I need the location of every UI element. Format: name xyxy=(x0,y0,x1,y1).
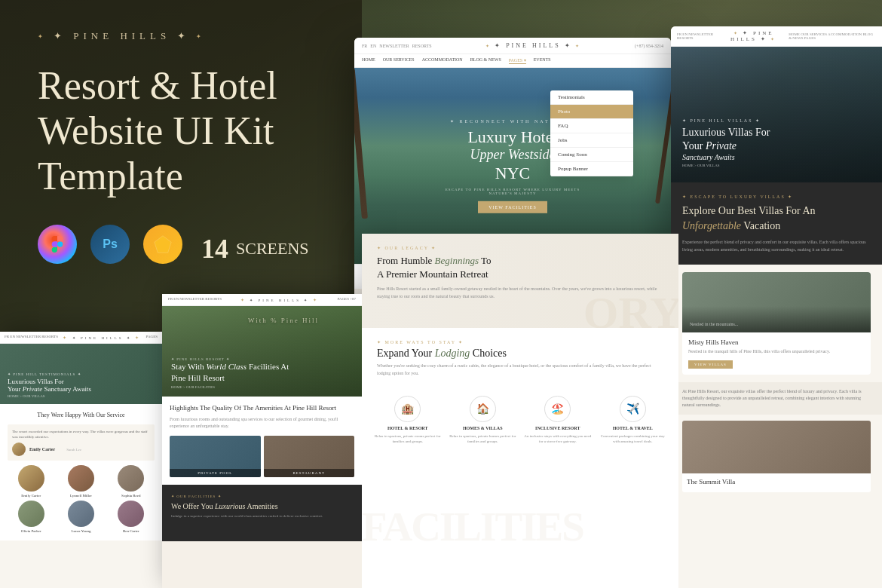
misty-hills-card: Nestled in the mountains... Misty Hills … xyxy=(682,272,871,374)
testimonials-screen: FR EN NEWSLETTER RESORTS ✦ PINE HILLS ✦ … xyxy=(0,332,162,588)
pages-dropdown: Testimonials Photo FAQ Jobs Coming Soon … xyxy=(550,90,633,176)
staff-avatar-1 xyxy=(18,465,44,492)
facility-images: PRIVATE POOL RESTAURANT xyxy=(170,436,354,477)
main-nav: HOMEOUR SERVICESACCOMMODATIONBLOG & NEWS… xyxy=(362,57,551,64)
summit-villa-card: The Summit Villa xyxy=(682,421,871,492)
expand-lodging-screen: FACILITIES ✦ MORE WAYS TO STAY ✦ Expand … xyxy=(362,328,678,588)
service-hotel: 🏨 HOTEL & RESORT Relax in spacious, priv… xyxy=(373,396,443,444)
expand-title: Expand Your Lodging Choices xyxy=(377,348,663,360)
testimonials-title: They Were Happy With Our Service xyxy=(8,412,155,418)
our-legacy-label: ✦ OUR LEGACY ✦ xyxy=(377,245,663,250)
humble-title: From Humble Beginnings ToA Premier Mount… xyxy=(377,254,663,281)
bm-text: ✦ PINE HILLS RESORT ✦ Stay With World Cl… xyxy=(171,357,289,389)
figma-icon xyxy=(38,225,77,264)
luxury-amenities-card: ✦ OUR FACILITIES ✦ We Offer You Luxuriou… xyxy=(162,485,362,541)
pine-hill-text-overlay: With % Pine Hill xyxy=(173,289,394,351)
main-container: ✦ PINE HILLS ✦ Resort & Hotel Website UI… xyxy=(0,0,882,588)
summit-image xyxy=(682,421,871,473)
staff-avatar-4 xyxy=(18,501,44,527)
review-card-1: The resort exceeded our expectations in … xyxy=(8,424,155,461)
bl-hero: ✦ PINE HILL TESTIMONIALS ✦ Luxurious Vil… xyxy=(0,344,162,404)
pine-hills-logo: ✦ PINE HILLS ✦ xyxy=(485,42,581,49)
right-pine-hills-logo: ✦ PINE HILLS ✦ xyxy=(718,30,789,42)
service-inclusive: 🏖️ INCLUSIVE RESORT An inclusive stays w… xyxy=(523,396,593,444)
staff-avatar-6 xyxy=(118,501,144,527)
expand-desc: Whether you're seeking the cozy charm of… xyxy=(377,363,663,377)
staff-grid: Emily Carter Lynnell Miller Sophia Reed … xyxy=(8,465,155,533)
highlights-title: Highlights The Quality Of The Amenities … xyxy=(170,404,354,412)
highlights-section: Highlights The Quality Of The Amenities … xyxy=(162,397,362,485)
villas-summary: At Pine Hills Resort, our exquisite vill… xyxy=(671,382,882,415)
staff-avatar-2 xyxy=(68,465,94,492)
misty-image: Nestled in the mountains... xyxy=(682,272,871,332)
bl-text: ✦ PINE HILL TESTIMONIALS ✦ Luxurious Vil… xyxy=(8,372,91,398)
bl-title: Luxurious Villas ForYour Private Sanctua… xyxy=(8,378,91,393)
sketch-icon xyxy=(143,225,182,264)
staff-avatar-3 xyxy=(118,465,144,492)
bl-header: FR EN NEWSLETTER RESORTS ✦ PINE HILLS ✦ … xyxy=(0,332,162,344)
facilities-watermark: FACILITIES xyxy=(362,503,583,550)
explore-section: ✦ ESCAPE TO LUXURY VILLAS ✦ Explore Our … xyxy=(671,182,882,265)
more-ways-label: ✦ MORE WAYS TO STAY ✦ xyxy=(377,339,663,345)
main-screen-header: FRENNEWSLETTERRESORTS ✦ PINE HILLS ✦ (+8… xyxy=(354,38,671,54)
screens-count: 14 SCREENS xyxy=(201,233,309,265)
villa-text: ✦ PINE HILL VILLAS ✦ Luxurious Villas Fo… xyxy=(682,118,770,167)
view-villas-btn[interactable]: VIEW VILLAS xyxy=(688,360,733,369)
pool-image: PRIVATE POOL xyxy=(170,436,261,477)
services-grid: 🏨 HOTEL & RESORT Relax in spacious, priv… xyxy=(362,388,678,452)
main-title: Resort & Hotel Website UI Kit Template xyxy=(38,63,324,198)
view-facilities-btn[interactable]: VIEW FACILITIES xyxy=(478,201,547,213)
stay-title: Stay With World Class Facilities AtPine … xyxy=(171,361,289,383)
right-screen-header: FR EN NEWSLETTER RESORTS ✦ PINE HILLS ✦ … xyxy=(671,26,882,47)
tool-icons: Ps xyxy=(38,225,182,264)
summit-title: The Summit Villa xyxy=(687,478,866,485)
right-panel-screen: FR EN NEWSLETTER RESORTS ✦ PINE HILLS ✦ … xyxy=(671,26,882,588)
humble-origins-section: ORY ✦ OUR LEGACY ✦ From Humble Beginning… xyxy=(362,234,678,332)
photoshop-icon: Ps xyxy=(90,225,130,264)
phone-number: (+87) 954-3214 xyxy=(635,44,663,48)
right-hero: ✦ PINE HILL VILLAS ✦ Luxurious Villas Fo… xyxy=(671,47,882,182)
service-travel: ✈️ HOTEL & TRAVEL Convenient packages co… xyxy=(599,396,668,444)
staff-avatar-5 xyxy=(68,501,94,527)
service-villas: 🏠 HOMES & VILLAS Relax in spacious, priv… xyxy=(449,396,518,444)
humble-desc: Pine Hills Resort started as a small fam… xyxy=(377,286,663,300)
brand-tagline: ✦ PINE HILLS ✦ xyxy=(38,30,324,42)
misty-title: Misty Hills Haven xyxy=(688,338,865,346)
avatar-1 xyxy=(12,443,26,456)
testimonials-section: They Were Happy With Our Service The res… xyxy=(0,404,162,541)
restaurant-image: RESTAURANT xyxy=(264,436,355,477)
